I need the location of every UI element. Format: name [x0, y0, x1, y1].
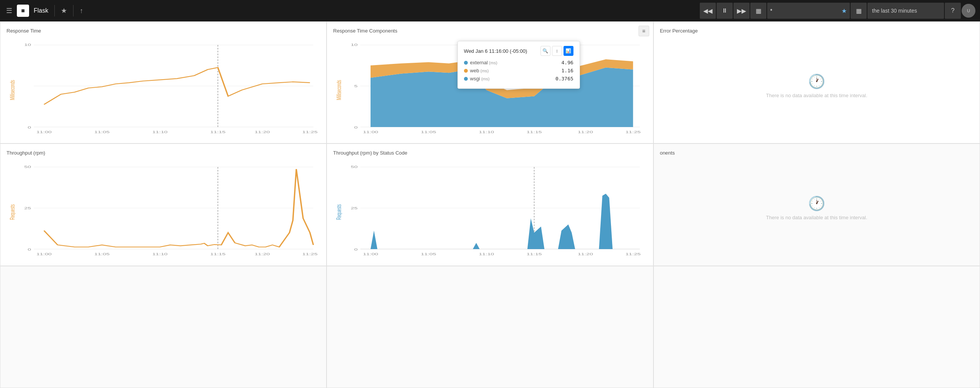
svg-text:11:10: 11:10	[479, 130, 494, 134]
svg-text:0: 0	[28, 125, 31, 129]
svg-text:11:15: 11:15	[527, 252, 542, 256]
svg-text:5: 5	[354, 84, 358, 88]
svg-text:10: 10	[24, 42, 31, 47]
table-view-button[interactable]: ▦	[750, 3, 766, 19]
svg-text:Requests: Requests	[9, 204, 16, 220]
bottom-panel-3	[653, 266, 980, 388]
svg-text:25: 25	[24, 206, 31, 210]
svg-text:11:15: 11:15	[210, 130, 225, 134]
svg-marker-56	[371, 231, 377, 249]
components-no-data-title: onents	[660, 150, 973, 156]
search-star-icon[interactable]: ★	[841, 7, 847, 15]
svg-text:11:05: 11:05	[421, 252, 436, 256]
tooltip-search-button[interactable]: 🔍	[541, 46, 550, 56]
svg-text:11:05: 11:05	[94, 252, 109, 256]
svg-text:11:20: 11:20	[578, 130, 593, 134]
svg-text:11:20: 11:20	[255, 130, 270, 134]
search-container: ★	[767, 3, 850, 19]
help-button[interactable]: ?	[945, 3, 961, 19]
throughput-status-panel: Throughput (rpm) by Status Code Requests…	[327, 143, 653, 266]
svg-text:11:25: 11:25	[626, 130, 641, 134]
svg-text:11:15: 11:15	[210, 252, 225, 256]
pause-button[interactable]: ⏸	[717, 3, 733, 19]
panel-menu-button[interactable]: ≡	[639, 26, 649, 36]
svg-text:11:00: 11:00	[36, 252, 52, 256]
throughput-status-title: Throughput (rpm) by Status Code	[333, 150, 647, 156]
svg-text:11:10: 11:10	[152, 252, 168, 256]
svg-text:50: 50	[351, 165, 358, 169]
svg-text:0: 0	[354, 125, 358, 129]
tooltip-header: Wed Jan 6 11:16:00 (-05:00) 🔍 ↕ 📊	[464, 46, 573, 56]
app-logo: ■	[17, 5, 29, 17]
header-divider2	[73, 5, 74, 16]
svg-text:10: 10	[351, 42, 358, 47]
svg-marker-60	[599, 194, 613, 249]
svg-text:Requests: Requests	[336, 204, 343, 220]
tooltip-sort-button[interactable]: ↕	[552, 46, 562, 56]
favorite-icon[interactable]: ★	[61, 7, 67, 15]
playback-controls: ◀◀ ⏸ ▶▶ ▦ ★ ▦ the last 30 minutes ? U	[700, 3, 975, 19]
tooltip-row-web: web (ms) 1.16	[464, 68, 573, 73]
tooltip-title: Wed Jan 6 11:16:00 (-05:00)	[464, 48, 527, 54]
error-no-data-text: There is no data available at this time …	[766, 93, 867, 98]
no-data-clock-icon: 🕐	[808, 73, 825, 90]
svg-text:11:25: 11:25	[302, 252, 318, 256]
svg-text:11:20: 11:20	[578, 252, 593, 256]
avatar[interactable]: U	[962, 4, 975, 18]
web-dot	[464, 69, 468, 73]
components-no-data: 🕐 There is no data available at this tim…	[660, 159, 973, 257]
svg-text:0: 0	[28, 248, 31, 252]
bottom-panel-2	[327, 266, 653, 388]
dashboard: Response Time Milliseconds 10 0 11:00 11…	[0, 21, 980, 388]
back-button[interactable]: ◀◀	[700, 3, 716, 19]
svg-marker-57	[473, 243, 480, 249]
svg-text:11:25: 11:25	[626, 252, 641, 256]
response-time-panel: Response Time Milliseconds 10 0 11:00 11…	[0, 21, 327, 143]
svg-marker-58	[528, 218, 545, 249]
components-no-data-panel: onents 🕐 There is no data available at t…	[653, 143, 980, 266]
error-percentage-title: Error Percentage	[660, 28, 973, 34]
no-data-clock-icon2: 🕐	[808, 196, 825, 212]
app-name: Flask	[34, 7, 48, 14]
external-dot	[464, 61, 468, 65]
throughput-status-chart: Requests 50 25 0 11:00 11:05 11:10 11:15…	[333, 159, 647, 257]
search-input[interactable]	[770, 8, 839, 14]
error-no-data: 🕐 There is no data available at this tim…	[660, 37, 973, 135]
throughput-panel: Throughput (rpm) Requests 50 25 0 11:00 …	[0, 143, 327, 266]
svg-text:11:05: 11:05	[94, 130, 109, 134]
share-icon[interactable]: ↑	[80, 7, 83, 15]
chart-tooltip: Wed Jan 6 11:16:00 (-05:00) 🔍 ↕ 📊 extern…	[457, 41, 580, 89]
tooltip-row-external: external (ms) 4.96	[464, 60, 573, 65]
response-time-title: Response Time	[7, 28, 320, 34]
throughput-title: Throughput (rpm)	[7, 150, 320, 156]
tooltip-row-wsgi: wsgi (ms) 0.3765	[464, 76, 573, 82]
calendar-button[interactable]: ▦	[851, 3, 867, 19]
error-percentage-panel: Error Percentage 🕐 There is no data avai…	[653, 21, 980, 143]
response-time-chart: Milliseconds 10 0 11:00 11:05 11:10 11:1…	[7, 37, 320, 135]
components-no-data-text: There is no data available at this time …	[766, 215, 867, 220]
svg-text:11:05: 11:05	[421, 130, 436, 134]
svg-text:25: 25	[351, 206, 358, 210]
app-header: ☰ ■ Flask ★ ↑ ◀◀ ⏸ ▶▶ ▦ ★ ▦ the last 30 …	[0, 0, 980, 21]
wsgi-dot	[464, 77, 468, 81]
throughput-chart: Requests 50 25 0 11:00 11:05 11:10 11:15…	[7, 159, 320, 257]
svg-text:11:20: 11:20	[255, 252, 270, 256]
response-time-components-title: Response Time Components	[333, 28, 647, 34]
svg-text:11:00: 11:00	[36, 130, 52, 134]
time-range-display: the last 30 minutes	[867, 3, 944, 19]
svg-text:Milliseconds: Milliseconds	[9, 80, 16, 100]
forward-button[interactable]: ▶▶	[733, 3, 750, 19]
svg-marker-59	[558, 225, 575, 249]
svg-text:Milliseconds: Milliseconds	[336, 80, 343, 100]
response-time-components-panel: Response Time Components ≡ Milliseconds …	[327, 21, 653, 143]
menu-icon[interactable]: ☰	[5, 5, 14, 16]
svg-text:11:00: 11:00	[363, 130, 378, 134]
svg-text:11:15: 11:15	[527, 130, 542, 134]
tooltip-table-button[interactable]: 📊	[564, 46, 573, 56]
header-divider	[54, 5, 55, 16]
svg-text:11:10: 11:10	[152, 130, 168, 134]
svg-text:50: 50	[24, 165, 31, 169]
svg-text:0: 0	[354, 248, 358, 252]
bottom-panel-1	[0, 266, 327, 388]
svg-text:11:25: 11:25	[302, 130, 318, 134]
